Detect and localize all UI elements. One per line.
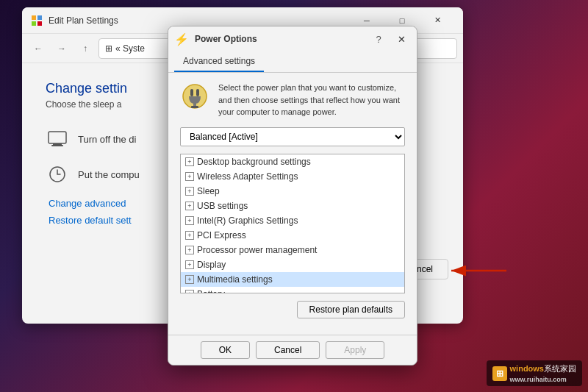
svg-rect-10 (196, 89, 199, 96)
expand-icon-pci[interactable]: + (185, 231, 194, 240)
svg-rect-1 (37, 15, 42, 20)
watermark-text: windows系统家园 www.ruihaitu.com (510, 363, 576, 383)
close-button[interactable]: ✕ (420, 10, 454, 31)
list-item-display[interactable]: + Display (181, 257, 404, 272)
advanced-settings-tab[interactable]: Advanced settings (174, 51, 264, 72)
sleep-icon (46, 163, 69, 186)
ok-button[interactable]: OK (201, 341, 250, 359)
svg-rect-0 (32, 15, 36, 20)
item-label-processor: Processor power management (197, 245, 317, 255)
item-label-battery: Battery (197, 289, 225, 293)
expand-icon-multimedia[interactable]: + (185, 275, 194, 284)
list-item-usb[interactable]: + USB settings (181, 199, 404, 213)
item-label-intel: Intel(R) Graphics Settings (197, 215, 298, 226)
restore-btn-row: Restore plan defaults (180, 301, 405, 318)
svg-rect-4 (49, 132, 66, 143)
list-item-processor[interactable]: + Processor power management (181, 243, 404, 257)
option-text-2: Put the compu (78, 169, 140, 180)
address-icons: ⊞ (105, 43, 112, 54)
list-item-wireless[interactable]: + Wireless Adapter Settings (181, 169, 404, 184)
settings-list[interactable]: + Desktop background settings + Wireless… (180, 154, 405, 293)
list-item-multimedia[interactable]: + Multimedia settings (181, 272, 404, 287)
dialog-body: Select the power plan that you want to c… (168, 73, 417, 335)
plan-dropdown-row: Balanced [Active] High performance Power… (180, 127, 405, 146)
back-button[interactable]: ← (28, 38, 49, 59)
dialog-close-button[interactable]: ✕ (392, 29, 411, 49)
svg-rect-2 (32, 21, 36, 26)
list-item-battery[interactable]: + Battery (181, 287, 404, 293)
dialog-footer: OK Cancel Apply (168, 335, 417, 365)
list-item-intel[interactable]: + Intel(R) Graphics Settings (181, 213, 404, 228)
expand-icon-processor[interactable]: + (185, 246, 194, 254)
power-options-icon: ⚡ (174, 32, 189, 46)
apply-button[interactable]: Apply (326, 341, 384, 359)
monitor-icon (46, 127, 69, 151)
forward-button[interactable]: → (51, 38, 72, 59)
item-label-display: Display (197, 260, 226, 270)
power-plug-icon (180, 82, 209, 118)
description-row: Select the power plan that you want to c… (180, 82, 405, 118)
list-item-sleep[interactable]: + Sleep (181, 184, 404, 199)
svg-rect-3 (37, 21, 42, 26)
expand-icon-desktop-bg[interactable]: + (185, 157, 194, 166)
cancel-button[interactable]: Cancel (256, 341, 320, 359)
dialog-titlebar: ⚡ Power Options ? ✕ (168, 26, 417, 51)
option-text-1: Turn off the di (78, 134, 137, 145)
item-label-usb: USB settings (197, 201, 248, 211)
description-text: Select the power plan that you want to c… (218, 82, 405, 118)
restore-plan-defaults-button[interactable]: Restore plan defaults (297, 301, 405, 318)
expand-icon-wireless[interactable]: + (185, 172, 194, 181)
item-label-pci: PCI Express (197, 230, 246, 240)
help-button[interactable]: ? (371, 32, 386, 46)
expand-icon-usb[interactable]: + (185, 202, 194, 210)
bg-window-title: Edit Plan Settings (49, 15, 344, 26)
up-button[interactable]: ↑ (75, 38, 96, 59)
plan-dropdown[interactable]: Balanced [Active] High performance Power… (180, 127, 405, 146)
watermark-url: www.ruihaitu.com (510, 376, 567, 383)
dialog-tabs: Advanced settings (168, 51, 417, 73)
item-label-multimedia: Multimedia settings (197, 274, 273, 285)
expand-icon-display[interactable]: + (185, 260, 194, 269)
svg-rect-9 (190, 89, 193, 96)
watermark-brand: windows (510, 364, 544, 373)
svg-rect-6 (51, 145, 63, 146)
power-options-dialog: ⚡ Power Options ? ✕ Advanced settings Se… (168, 26, 417, 366)
expand-icon-intel[interactable]: + (185, 216, 194, 225)
item-label-sleep: Sleep (197, 186, 220, 196)
svg-rect-12 (191, 106, 198, 108)
expand-icon-battery[interactable]: + (185, 290, 194, 293)
item-label-desktop-bg: Desktop background settings (197, 157, 311, 167)
dialog-title: Power Options (195, 34, 365, 44)
watermark: ⊞ windows系统家园 www.ruihaitu.com (487, 360, 582, 386)
expand-icon-sleep[interactable]: + (185, 187, 194, 196)
watermark-icon: ⊞ (492, 366, 507, 381)
list-item-pci[interactable]: + PCI Express (181, 228, 404, 243)
svg-rect-5 (53, 143, 62, 145)
address-path: « Syste (115, 43, 145, 54)
item-label-wireless: Wireless Adapter Settings (197, 171, 298, 182)
window-icon (31, 15, 43, 26)
list-item-desktop-bg[interactable]: + Desktop background settings (181, 154, 404, 169)
